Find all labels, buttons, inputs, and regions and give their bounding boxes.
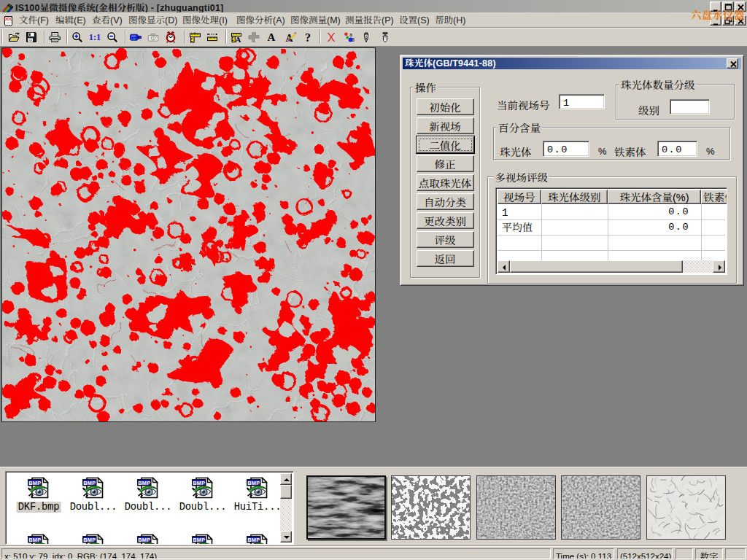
status-time: Time (s): 0.113	[553, 548, 614, 559]
file-item[interactable]: BMPDKF.bmp	[13, 475, 64, 530]
title-bar[interactable]: IS100显微摄像系统(金相分析版) - [zhuguangti01]	[0, 0, 747, 12]
toolbar-video-camera-button[interactable]	[128, 29, 144, 45]
menu-bar: DOC 文件(F)编辑(E)查看(V)图像显示(D)图像处理(I)图像分析(A)…	[0, 12, 747, 28]
file-label: Doubl...	[69, 502, 119, 513]
toolbar-zoom-out-button[interactable]	[104, 29, 121, 45]
dialog-button-binarize[interactable]: 二值化	[417, 136, 474, 153]
toolbar-ruler-button[interactable]	[204, 29, 221, 45]
svg-text:BMP: BMP	[28, 480, 41, 486]
thumbnail-1[interactable]	[306, 475, 386, 540]
toolbar-classify-button[interactable]: a3	[341, 29, 357, 45]
table-header-3[interactable]: 铁素体	[701, 190, 727, 204]
scroll-down-button[interactable]	[280, 531, 292, 542]
scrollbar-thumb[interactable]	[510, 260, 683, 273]
toolbar-pen-button[interactable]	[358, 29, 375, 45]
toolbar-open-folder-button[interactable]	[6, 29, 23, 45]
dialog-button-auto-classify[interactable]: 自动分类	[417, 193, 474, 210]
dialog-button-initialize[interactable]: 初始化	[417, 98, 474, 115]
menu-image-process[interactable]: 图像处理(I)	[182, 12, 228, 27]
menu-file[interactable]: 文件(F)	[19, 12, 49, 27]
thumbnail-2[interactable]	[391, 475, 471, 540]
menu-image-display[interactable]: 图像显示(D)	[128, 12, 177, 27]
level-input[interactable]	[670, 99, 710, 114]
menu-settings[interactable]: 设置(S)	[399, 12, 430, 27]
dialog-title-bar[interactable]: 珠光体(GB/T9441-88)	[403, 58, 741, 69]
file-item[interactable]: BMP	[177, 532, 228, 545]
dialog-button-return[interactable]: 返回	[417, 250, 474, 267]
thumbnail-5[interactable]	[646, 475, 726, 540]
file-item[interactable]: BMPDoubl...	[123, 475, 174, 530]
toolbar-caliper-button[interactable]	[187, 29, 204, 45]
button-focus-rect: 更改类别	[418, 214, 473, 228]
thumbnail-4[interactable]	[561, 475, 640, 540]
table-row[interactable]: 平均值0.0	[498, 219, 725, 235]
move-icon	[248, 31, 260, 43]
multi-field-group-label: 多视场评级	[494, 171, 550, 183]
dialog-button-change-class[interactable]: 更改类别	[417, 212, 474, 229]
file-item[interactable]: BMPHuiTi...	[232, 475, 283, 530]
print-icon	[49, 31, 61, 43]
dialog-close-button[interactable]	[727, 58, 738, 69]
status-empty-2	[725, 548, 746, 559]
toolbar-actual-size-button[interactable]: 1:1	[87, 29, 104, 45]
toolbar-brush-button[interactable]	[377, 29, 394, 45]
table-horizontal-scrollbar[interactable]	[498, 260, 725, 273]
toolbar-curve-button[interactable]	[323, 29, 340, 45]
table-row[interactable]: 10.0	[498, 204, 725, 219]
video-camera-icon	[130, 31, 142, 43]
menu-image-measure[interactable]: 图像测量(M)	[290, 12, 341, 27]
toolbar-camera-button[interactable]	[145, 29, 162, 45]
svg-text:BMP: BMP	[247, 480, 260, 486]
current-field-input[interactable]: 1	[559, 94, 605, 109]
file-label: DKF.bmp	[17, 502, 61, 513]
file-item[interactable]: BMP	[232, 532, 283, 545]
scroll-left-button[interactable]	[498, 260, 510, 273]
button-label: 自动分类	[424, 194, 466, 209]
toolbar-save-button[interactable]	[23, 29, 40, 45]
toolbar-text-button[interactable]: A	[263, 29, 280, 45]
ferrite-input[interactable]: 0.0	[657, 141, 697, 157]
toolbar-move-button[interactable]	[246, 29, 263, 45]
toolbar-print-button[interactable]	[47, 29, 63, 45]
svg-text:A: A	[236, 35, 241, 43]
button-label: 初始化	[429, 99, 461, 114]
toolbar: 1:1AAA?a3	[0, 28, 747, 47]
zoom-out-icon	[107, 31, 118, 43]
dialog-button-new-field[interactable]: 新视场	[417, 117, 474, 134]
menu-edit[interactable]: 编辑(E)	[55, 12, 86, 27]
file-item[interactable]: BMPDoubl...	[68, 475, 119, 530]
table-header-1[interactable]: 珠光体级别	[541, 190, 608, 204]
table-body[interactable]: 10.0平均值0.0	[498, 204, 725, 261]
bmp-file-icon: BMP	[136, 533, 160, 545]
button-label: 修正	[435, 156, 456, 171]
button-focus-rect: 新视场	[418, 119, 473, 133]
table-header-label: 视场号	[503, 190, 535, 204]
scroll-right-button[interactable]	[713, 260, 725, 273]
scroll-up-button[interactable]	[280, 473, 292, 485]
menu-view[interactable]: 查看(V)	[92, 12, 123, 27]
dialog-button-grade[interactable]: 评级	[417, 231, 474, 248]
file-list-scrollbar[interactable]	[280, 473, 292, 542]
toolbar-annotate-button[interactable]: A	[282, 29, 299, 45]
table-header-0[interactable]: 视场号	[498, 190, 541, 204]
toolbar-measure-label-button[interactable]: A	[228, 29, 245, 45]
file-item[interactable]: BMP	[13, 532, 64, 545]
micrograph-frame[interactable]	[1, 47, 376, 422]
file-scrollbar-thumb[interactable]	[280, 485, 292, 499]
file-item[interactable]: BMP	[68, 532, 119, 545]
toolbar-help-button[interactable]: ?	[300, 29, 317, 45]
thumbnail-3[interactable]	[476, 475, 556, 540]
operation-group-label: 操作	[414, 81, 438, 93]
dialog-button-correct[interactable]: 修正	[417, 155, 474, 172]
file-item[interactable]: BMP	[123, 532, 174, 545]
menu-image-analysis[interactable]: 图像分析(A)	[236, 12, 285, 27]
pearlite-input[interactable]: 0.0	[543, 141, 589, 157]
toolbar-timer-button[interactable]	[163, 29, 179, 45]
dialog-button-pick-pearlite[interactable]: 点取珠光体	[417, 174, 474, 191]
table-header-2[interactable]: 珠光体含量(%)	[608, 190, 701, 204]
toolbar-zoom-in-button[interactable]	[69, 29, 86, 45]
menu-measure-report[interactable]: 测量报告(P)	[345, 12, 394, 27]
menu-help[interactable]: 帮助(H)	[435, 12, 465, 27]
file-item[interactable]: BMPDoubl...	[177, 475, 228, 530]
bmp-file-icon: BMP	[27, 476, 50, 499]
